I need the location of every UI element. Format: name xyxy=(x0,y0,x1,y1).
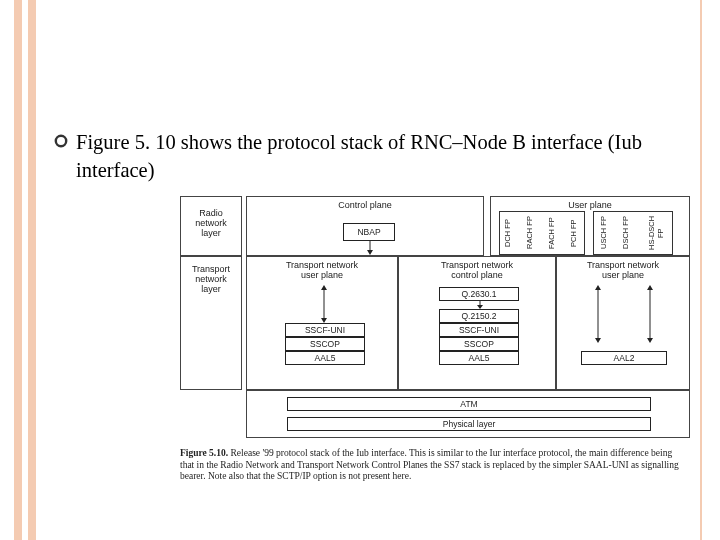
body-bullet: Figure 5. 10 shows the protocol stack of… xyxy=(54,128,670,185)
caption-lead: Figure 5.10. xyxy=(180,448,228,458)
stack-box: AAL5 xyxy=(285,351,365,365)
stack-box: SSCF-UNI xyxy=(439,323,519,337)
tn-control-plane: Transport network control plane Q.2630.1… xyxy=(398,256,556,390)
stack-box: AAL5 xyxy=(439,351,519,365)
bottom-layers-panel: ATM Physical layer xyxy=(246,390,690,438)
svg-marker-10 xyxy=(595,338,601,343)
arrow-down-icon xyxy=(365,241,375,255)
tn-header: Transport network user plane xyxy=(557,261,689,281)
arrow-updown-icon xyxy=(645,285,655,343)
control-plane-panel: Control plane NBAP xyxy=(246,196,484,256)
stack-box: AAL2 xyxy=(581,351,667,365)
stack-box: Q.2630.1 xyxy=(439,287,519,301)
svg-marker-12 xyxy=(647,285,653,290)
stripe xyxy=(14,0,22,540)
svg-point-0 xyxy=(56,136,66,146)
stack-box: SSCOP xyxy=(285,337,365,351)
stack-box: SSCOP xyxy=(439,337,519,351)
nbap-box: NBAP xyxy=(343,223,395,241)
atm-bar: ATM xyxy=(287,397,651,411)
row-label-text: Transport network layer xyxy=(185,265,237,295)
svg-marker-13 xyxy=(647,338,653,343)
fp-group-box xyxy=(593,211,673,255)
left-accent-stripes xyxy=(14,0,36,540)
tn-user-plane-right: Transport network user plane AAL2 xyxy=(556,256,690,390)
slide-content: Figure 5. 10 shows the protocol stack of… xyxy=(46,0,702,540)
svg-marker-2 xyxy=(367,250,373,255)
header-control-plane: Control plane xyxy=(247,201,483,211)
row-label-tnl: Transport network layer xyxy=(180,256,242,390)
caption-body: Release '99 protocol stack of the Iub in… xyxy=(180,448,679,481)
stripe xyxy=(28,0,36,540)
figure-caption: Figure 5.10. Release '99 protocol stack … xyxy=(180,448,686,483)
stack-box: Q.2150.2 xyxy=(439,309,519,323)
bullet-icon xyxy=(54,134,68,152)
arrow-updown-icon xyxy=(593,285,603,343)
row-label-text: Radio network layer xyxy=(185,209,237,239)
fp-group-box xyxy=(499,211,585,255)
tn-header: Transport network control plane xyxy=(399,261,555,281)
arrow-updown-icon xyxy=(319,285,329,323)
svg-marker-9 xyxy=(595,285,601,290)
bullet-text: Figure 5. 10 shows the protocol stack of… xyxy=(76,128,670,185)
tn-header: Transport network user plane xyxy=(247,261,397,281)
tn-user-plane-left: Transport network user plane SSCF-UNI SS… xyxy=(246,256,398,390)
physical-layer-bar: Physical layer xyxy=(287,417,651,431)
arrow-down-icon xyxy=(475,301,485,309)
user-plane-panel: User plane DCH FP RACH FP FACH FP PCH FP… xyxy=(490,196,690,256)
stack-box: SSCF-UNI xyxy=(285,323,365,337)
svg-marker-4 xyxy=(321,285,327,290)
row-label-rnl: Radio network layer xyxy=(180,196,242,256)
header-user-plane: User plane xyxy=(491,201,689,211)
